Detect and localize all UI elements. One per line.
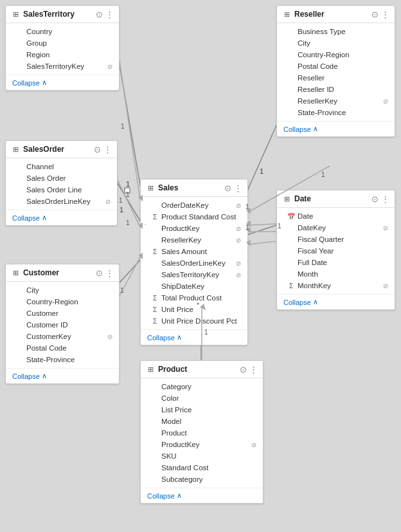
svg-text:1: 1: [321, 171, 325, 178]
svg-line-40: [248, 224, 276, 225]
field-salesorderlinekey: SalesOrderLineKey ⊘: [141, 257, 247, 269]
field-date-datekey: DateKey ⊘: [277, 222, 395, 234]
salesterritory-eye-icon[interactable]: ⊙: [96, 10, 103, 19]
field-orderdatekey: OrderDateKey ⊘: [141, 199, 247, 211]
field-res-country: Country-Region: [277, 49, 395, 60]
table-icon-res: ⊞: [282, 10, 291, 19]
field-country: Country: [6, 26, 119, 37]
field-res-reseller: Reseller: [277, 72, 395, 84]
reseller-eye-icon[interactable]: ⊙: [371, 10, 379, 19]
field-prod-listprice: List Price: [141, 404, 263, 416]
key-icon-resk: ⊘: [383, 98, 388, 105]
svg-text:1: 1: [126, 219, 130, 226]
field-salesterritorykey: SalesTerritoryKey ⊘: [6, 60, 119, 72]
table-product: ⊞ Product ⊙ ⋮ Category Color List Price: [140, 360, 263, 504]
svg-line-25: [118, 180, 140, 227]
reseller-collapse[interactable]: Collapse ∧: [277, 121, 395, 136]
field-salesterritorykey: SalesTerritoryKey ⊘: [141, 269, 247, 280]
key-icon: ⊘: [107, 63, 112, 70]
reseller-more-icon[interactable]: ⋮: [381, 10, 389, 19]
field-prod-productkey: ProductKey ⊘: [141, 439, 263, 450]
key-icon-rk: ⊘: [236, 237, 241, 244]
field-salesamount: Σ Sales Amount: [141, 246, 247, 257]
salesterritory-more-icon[interactable]: ⋮: [105, 10, 114, 19]
salesterritory-collapse[interactable]: Collapse ∧: [6, 75, 119, 90]
svg-line-22: [120, 61, 140, 199]
date-eye-icon[interactable]: ⊙: [371, 195, 379, 203]
sales-title: Sales: [158, 183, 221, 192]
field-unitpricediscount: Σ Unit Price Discount Pct: [141, 315, 247, 327]
sales-more-icon[interactable]: ⋮: [234, 184, 242, 192]
product-eye-icon[interactable]: ⊙: [240, 365, 247, 374]
field-prod-sku: SKU: [141, 450, 263, 462]
field-date-date: 📅 Date: [277, 210, 395, 222]
sales-header: ⊞ Sales ⊙ ⋮: [141, 179, 247, 197]
table-date: ⊞ Date ⊙ ⋮ 📅 Date DateKey ⊘ Fiscal Quart…: [276, 190, 395, 310]
table-icon-sales: ⊞: [146, 183, 155, 192]
field-region: Region: [6, 49, 119, 60]
date-header: ⊞ Date ⊙ ⋮: [277, 190, 395, 208]
customer-eye-icon[interactable]: ⊙: [96, 269, 103, 277]
salesorder-eye-icon[interactable]: ⊙: [94, 145, 101, 154]
field-cust-state: State-Province: [6, 354, 119, 365]
svg-text:1: 1: [126, 191, 130, 198]
table-salesorder: ⊞ SalesOrder ⊙ ⋮ Channel Sales Order Sal…: [5, 140, 118, 226]
reseller-title: Reseller: [294, 10, 368, 19]
salesorder-collapse[interactable]: Collapse ∧: [6, 210, 117, 225]
customer-more-icon[interactable]: ⋮: [105, 269, 114, 277]
svg-line-0: [119, 61, 143, 199]
field-productstdcost: Σ Product Standard Cost: [141, 211, 247, 223]
salesorder-fields: Channel Sales Order Sales Order Line Sal…: [6, 158, 117, 210]
salesorder-title: SalesOrder: [23, 145, 91, 154]
field-prod-category: Category: [141, 381, 263, 392]
field-prod-product: Product: [141, 427, 263, 439]
field-cust-city: City: [6, 284, 119, 296]
key-icon-mk: ⊘: [383, 282, 388, 289]
field-cust-customerkey: CustomerKey ⊘: [6, 331, 119, 342]
svg-line-6: [116, 180, 143, 225]
field-cust-postal: Postal Code: [6, 342, 119, 354]
product-more-icon[interactable]: ⋮: [249, 365, 258, 374]
table-icon-cust: ⊞: [11, 268, 20, 277]
field-productkey: ProductKey ⊘: [141, 223, 247, 234]
table-icon-so: ⊞: [11, 145, 20, 154]
field-date-monthkey: Σ MonthKey ⊘: [277, 280, 395, 291]
svg-line-38: [248, 241, 276, 244]
salesterritory-header: ⊞ SalesTerritory ⊙ ⋮: [6, 6, 119, 23]
customer-fields: City Country-Region Customer Customer ID…: [6, 282, 119, 368]
date-more-icon[interactable]: ⋮: [381, 195, 389, 203]
field-resellerkey: ResellerKey ⊘: [141, 234, 247, 246]
salesorder-more-icon[interactable]: ⋮: [103, 145, 112, 154]
key-icon-stk: ⊘: [236, 271, 241, 279]
svg-text:1: 1: [121, 123, 125, 130]
product-collapse[interactable]: Collapse ∧: [141, 488, 263, 503]
svg-text:1: 1: [120, 287, 124, 294]
field-shipdatekey: ShipDateKey: [141, 280, 247, 292]
key-icon-prodk: ⊘: [251, 441, 256, 448]
field-res-resellerkey: ResellerKey ⊘: [277, 95, 395, 107]
sales-collapse[interactable]: Collapse ∧: [141, 329, 247, 345]
svg-text:1: 1: [120, 206, 123, 214]
sales-eye-icon[interactable]: ⊙: [224, 184, 231, 192]
product-title: Product: [158, 365, 236, 374]
table-customer: ⊞ Customer ⊙ ⋮ City Country-Region Custo…: [5, 264, 120, 384]
date-fields: 📅 Date DateKey ⊘ Fiscal Quarter Fiscal Y…: [277, 208, 395, 294]
key-icon-solk: ⊘: [236, 260, 241, 267]
field-unitprice: Σ Unit Price: [141, 304, 247, 315]
field-prod-model: Model: [141, 416, 263, 427]
customer-collapse[interactable]: Collapse ∧: [6, 368, 119, 383]
salesterritory-title: SalesTerritory: [23, 10, 93, 19]
diagram-canvas: 1 1 1 · 1 1 1 * ⊞ SalesTerrit: [0, 0, 401, 532]
product-fields: Category Color List Price Model Product …: [141, 378, 263, 488]
key-icon-odk: ⊘: [236, 202, 241, 209]
date-collapse[interactable]: Collapse ∧: [277, 294, 395, 309]
svg-text:1: 1: [119, 197, 123, 204]
svg-text:1: 1: [260, 167, 263, 175]
key-icon-ck: ⊘: [107, 333, 112, 340]
field-res-postal: Postal Code: [277, 60, 395, 72]
table-icon: ⊞: [11, 10, 20, 19]
field-salesorderlinekey: SalesOrderLineKey ⊘: [6, 196, 117, 207]
svg-rect-20: [125, 188, 130, 193]
field-date-month: Month: [277, 268, 395, 280]
salesterritory-fields: Country Group Region SalesTerritoryKey ⊘: [6, 23, 119, 75]
